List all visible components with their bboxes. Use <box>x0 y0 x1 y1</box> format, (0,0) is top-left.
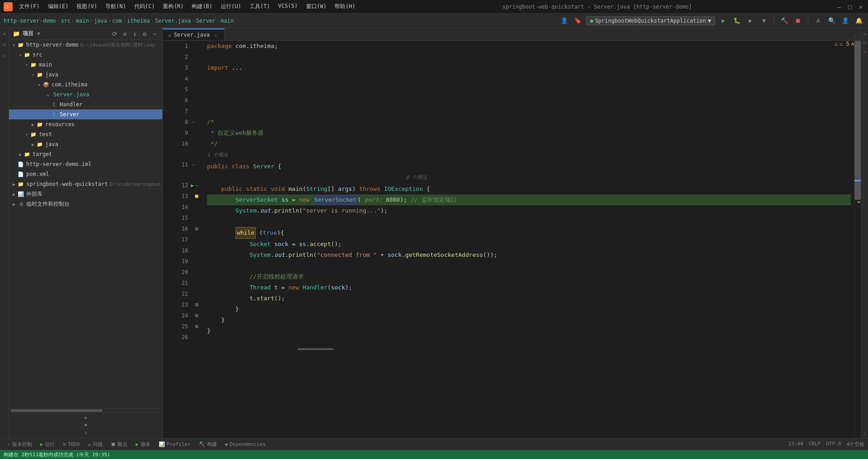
breadcrumb-java[interactable]: java <box>94 18 107 24</box>
minimize-button[interactable]: — <box>835 3 843 10</box>
build-button[interactable]: 🔨 <box>779 15 790 26</box>
bottom-breakpoints[interactable]: ⏹ 断点 <box>107 440 131 449</box>
menu-view[interactable]: 视图(V) <box>73 1 101 12</box>
translate-button[interactable]: A <box>813 15 824 26</box>
notification-button[interactable]: 🔔 <box>854 15 864 26</box>
breadcrumb-main[interactable]: main <box>76 18 89 24</box>
project-tree[interactable]: ▾ 📁 http-server-demo D:\javaweb黑马资料\资料\d… <box>9 40 162 408</box>
bottom-version-control[interactable]: ✓ 版本控制 <box>4 440 36 449</box>
bookmark-icon[interactable]: ⚑ <box>11 423 160 428</box>
bookmark-16[interactable] <box>195 227 198 231</box>
bookmark-25[interactable] <box>195 325 198 328</box>
fold-comment-icon[interactable]: − <box>190 119 195 125</box>
right-panel-icon-bottom[interactable]: ⟩ <box>863 431 866 436</box>
tree-http-server-demo[interactable]: ▾ 📁 http-server-demo D:\javaweb黑马资料\资料\d… <box>9 40 162 50</box>
warning-count-badge[interactable]: ⚠ ⚠ 5 ∧ <box>835 41 854 47</box>
sidebar-icon-2[interactable]: ⌾ <box>1 41 8 48</box>
tree-java[interactable]: ▾ 📁 java <box>9 70 162 80</box>
menu-tools[interactable]: 工具(T) <box>246 1 274 12</box>
tree-test-java[interactable]: ▶ 📁 java <box>9 139 162 149</box>
menu-help[interactable]: 帮助(H) <box>331 1 359 12</box>
editor-scrollbar[interactable]: ▬ ▬ <box>854 41 861 438</box>
tree-scrollbar[interactable] <box>9 408 162 412</box>
tree-pom[interactable]: 📄 pom.xml <box>9 169 162 179</box>
bottom-run[interactable]: ▶ 运行 <box>37 440 59 449</box>
tree-main[interactable]: ▾ 📁 main <box>9 60 162 70</box>
more-run-button[interactable]: ▼ <box>759 15 769 26</box>
panel-collapse-icon[interactable]: ≡ <box>121 30 129 38</box>
panel-dropdown-arrow[interactable]: ▼ <box>37 31 40 37</box>
structure-icon[interactable]: ≡ <box>11 415 160 420</box>
menu-nav[interactable]: 导航(N) <box>102 1 130 12</box>
scrollbar-thumb[interactable] <box>854 41 861 200</box>
run-button[interactable]: ▶ <box>718 15 729 26</box>
tree-com-itheima[interactable]: ▾ 📦 com.itheima <box>9 80 162 90</box>
bookmark-24[interactable] <box>195 314 198 317</box>
debug-button[interactable]: 🐛 <box>731 15 742 26</box>
bookmark-13[interactable] <box>195 194 198 198</box>
menu-file[interactable]: 文件(F) <box>15 1 43 12</box>
breadcrumb-root[interactable]: http-server-demo <box>4 18 56 24</box>
breadcrumb-src[interactable]: src <box>61 18 71 24</box>
bookmark-23[interactable] <box>195 303 198 307</box>
breadcrumb-class[interactable]: Server <box>196 18 215 24</box>
fold-method-icon[interactable]: − <box>194 182 198 189</box>
menu-window[interactable]: 窗口(W) <box>302 1 330 12</box>
tree-handler[interactable]: C Handler <box>9 99 162 109</box>
fold-class-icon[interactable]: − <box>190 161 195 168</box>
tree-temp-files[interactable]: ▶ 🖥 临时文件和控制台 <box>9 199 162 209</box>
panel-sort-icon[interactable]: ↕ <box>131 30 139 38</box>
commit-icon[interactable]: ↑ <box>11 431 160 435</box>
profile-btn[interactable]: 👤 <box>559 15 570 26</box>
menu-refactor[interactable]: 重构(R) <box>159 1 187 12</box>
run-gutter-12[interactable]: ▶ <box>190 182 194 189</box>
tab-more-icon[interactable]: ⋮ <box>852 34 857 40</box>
breadcrumb-file[interactable]: Server.java <box>155 18 191 24</box>
run-config-dropdown[interactable]: ● SpringbootWebQuickstartApplication ▼ <box>586 16 715 25</box>
panel-settings-icon[interactable]: ⚙ <box>141 30 149 38</box>
tree-test[interactable]: ▾ 📁 test <box>9 129 162 139</box>
editor-scrollbar-h[interactable] <box>207 347 851 351</box>
tree-external-libs[interactable]: ▶ 📊 外部库 <box>9 189 162 199</box>
maximize-button[interactable]: □ <box>846 3 854 10</box>
right-panel-icon-2[interactable]: ⚙ <box>863 40 866 45</box>
breadcrumb-com[interactable]: com <box>112 18 122 24</box>
right-panel-error-icon[interactable]: ⚠ <box>863 49 866 54</box>
bottom-problems[interactable]: ⚠ 问题 <box>84 440 106 449</box>
menu-vcs[interactable]: VCS(S) <box>274 1 301 12</box>
tab-server-java[interactable]: ☕ Server.java ✕ <box>163 28 225 40</box>
menu-build[interactable]: 构建(B) <box>188 1 216 12</box>
sidebar-icon-3[interactable]: ◎ <box>1 52 8 59</box>
bottom-profiler[interactable]: 📊 Profiler <box>155 440 194 448</box>
breadcrumb-itheima[interactable]: itheima <box>127 18 150 24</box>
editor-scroll-thumb-h[interactable] <box>297 348 334 350</box>
coverage-button[interactable]: ▶ <box>745 15 756 26</box>
tab-close-server[interactable]: ✕ <box>212 32 219 38</box>
stop-button[interactable]: ⏹ <box>793 15 803 26</box>
menu-edit[interactable]: 编辑(E) <box>44 1 72 12</box>
user-button[interactable]: 👤 <box>840 15 851 26</box>
settings-btn[interactable]: 🔖 <box>572 15 583 26</box>
tree-server-class[interactable]: C Server <box>9 109 162 119</box>
bottom-build[interactable]: 🔨 构建 <box>195 440 221 449</box>
bottom-services[interactable]: ▶ 服务 <box>132 440 154 449</box>
close-button[interactable]: ✕ <box>857 3 864 10</box>
tree-target[interactable]: ▶ 📁 target <box>9 149 162 159</box>
panel-sync-icon[interactable]: ⟳ <box>111 30 119 38</box>
warning-expand[interactable]: ∧ <box>851 41 854 47</box>
tree-springboot[interactable]: ▶ 📁 springboot-web-quickstart D:\csdn\sp… <box>9 179 162 189</box>
breadcrumb-method[interactable]: main <box>221 18 234 24</box>
search-button[interactable]: 🔍 <box>826 15 837 26</box>
tree-iml[interactable]: 📄 http-server-demo.iml <box>9 159 162 169</box>
bottom-dependencies[interactable]: ◆ Dependencies <box>222 440 269 448</box>
bottom-todo[interactable]: ≡ TODO <box>59 440 83 448</box>
code-content[interactable]: package com.itheima; import ... /* <box>203 41 854 438</box>
right-panel-icon-1[interactable]: ≡ <box>863 32 866 37</box>
panel-close-icon[interactable]: − <box>151 30 159 38</box>
tree-resources[interactable]: ▶ 📁 resources <box>9 119 162 129</box>
menu-code[interactable]: 代码(C) <box>131 1 159 12</box>
sidebar-icon-1[interactable]: ≡ <box>1 30 8 37</box>
tree-src[interactable]: ▾ 📁 src <box>9 50 162 60</box>
tree-server-java[interactable]: ☕ Server.java <box>9 90 162 99</box>
menu-run[interactable]: 运行(U) <box>217 1 245 12</box>
